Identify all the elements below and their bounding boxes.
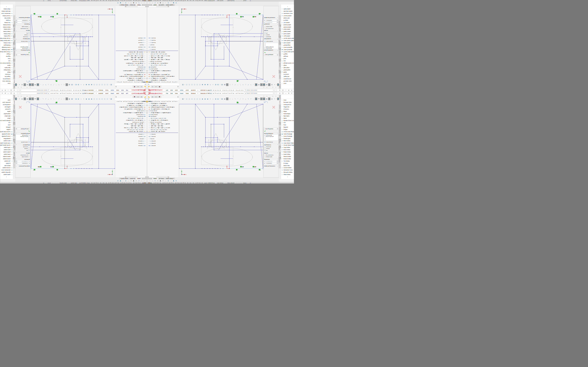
command-tab[interactable]: Sheet Metal xyxy=(13,57,15,62)
menu-item[interactable]: Window xyxy=(190,92,197,94)
option-checkbox-row[interactable]: Infinite length xyxy=(16,156,30,158)
relation-entry[interactable]: Equal length109 xyxy=(16,47,28,48)
tree-item[interactable]: ▶ A ○Ƨ5Ν◉∘✤A✤◉ΝΛ○∘○ΛΝ◉✤A✤∘◉ΝƧ5○ xyxy=(147,112,179,114)
sketch-tool-item[interactable]: ◗ Partial Ellipse xyxy=(0,113,13,115)
minimize-button[interactable]: — xyxy=(284,92,287,94)
tree-item[interactable]: ◐ ○Ƨ5∙∩✳⚓Am○∘○mA⚓✳∩∙Ƨ5○ xyxy=(115,117,147,119)
command-tab[interactable]: Evaluate xyxy=(279,116,281,121)
document-tab[interactable]: Motion Study 1 xyxy=(119,178,129,179)
tree-item[interactable]: ▶ A ○Ƨ5Ν◉∘✤A✤◉ΝΛ○∘○ΛΝ◉✤A✤∘◉ΝƧ5○ xyxy=(115,70,147,72)
tree-item[interactable]: ▱ ○✤Ж⊃6∘⚓○✳◉I○∘○I◉✳○⚓∘6⊂Ж✤○ xyxy=(147,127,179,129)
scrollbar-thumb[interactable] xyxy=(149,176,157,178)
section-header[interactable]: Existing Relations xyxy=(264,50,273,51)
sketch-tool-item[interactable]: ↔ Stretch Entities xyxy=(281,155,294,158)
tree-item-sketch[interactable]: ▭ Sketch3 xyxy=(147,138,179,140)
equal-relation-badge-2[interactable]: = 109 xyxy=(38,16,41,17)
graphics-area[interactable]: ⊡ ⊡ − ⧉ ✕ ▤▾◫◫◫◫◫◫◼◼◼⇩▭◨◧▾▤▨↩▢⊥✎◠╱✕△✎✐∟◉… xyxy=(179,95,279,178)
command-tab[interactable]: Sketch xyxy=(13,100,15,104)
scroll-left-arrow[interactable]: ◀ xyxy=(146,176,147,178)
relations-list[interactable]: Collinear108Equal length109 xyxy=(266,43,278,49)
tree-item-sketch[interactable]: ▭ (-) Sketch4 xyxy=(115,142,147,144)
sketch-tool-item[interactable]: ⇄ Mirror Entities xyxy=(281,140,294,142)
sketch-tool-item[interactable]: ✳ Circular Sketch Pattern xyxy=(281,37,294,40)
sketch-tool-item[interactable]: ⊡ Move Entities xyxy=(281,33,294,35)
sketch-tool-item[interactable]: ∿ Style Spline xyxy=(281,67,294,69)
motion-toolbar-icon[interactable]: ✎ xyxy=(138,180,140,181)
tab-featuremanager[interactable]: ▙ xyxy=(143,96,147,98)
collapse-chevron-icon[interactable]: ⌃ xyxy=(16,159,17,160)
command-tab[interactable]: Sheet Metal xyxy=(13,121,15,127)
motion-toolbar-icon[interactable]: ⚙ xyxy=(117,180,119,181)
tree-item-sketch[interactable]: ▦ (-) Sketch2 xyxy=(115,46,147,48)
tree-item-sketch[interactable]: ▦ (-) Sketch6 xyxy=(147,37,179,39)
motion-toolbar-icon[interactable]: ▣ xyxy=(120,180,122,181)
sketch-tool-item[interactable]: ⋰ Segment xyxy=(0,126,13,128)
panel-expand-arrow[interactable]: ❯ xyxy=(177,96,179,98)
tree-item-sketch[interactable]: ▭ (-) Sketch5 xyxy=(115,42,147,44)
command-tab[interactable]: Markup xyxy=(13,28,15,32)
help-icon[interactable]: ? xyxy=(10,90,13,91)
relation-entry[interactable]: Collinear108 xyxy=(16,48,28,49)
command-tab[interactable]: ⋮ xyxy=(279,166,281,168)
restore-button[interactable]: ⧉ xyxy=(4,90,7,91)
sketch-tool-item[interactable]: ⇄ Mirror Entities xyxy=(281,42,294,44)
sketch-tool-item[interactable]: ƒ Equation Driven Curve xyxy=(281,62,294,64)
tree-item[interactable]: ▱ ○✤ΝΝ◉⚓+○✳◉I○∘○I◉✳○+⚓◉ΝΝ✤○ xyxy=(115,123,147,125)
sketch-tool-item[interactable]: ╱ Line xyxy=(281,60,294,62)
status-custom-dropdown[interactable]: Custom ▴ xyxy=(46,0,52,1)
checkbox[interactable] xyxy=(264,156,266,157)
help-icon[interactable]: ? xyxy=(16,54,17,55)
option-checkbox-row[interactable]: For construction xyxy=(16,28,30,30)
sketch-tool-item[interactable]: ◐ Silhouette Entities xyxy=(281,10,294,12)
sketch-tool-item[interactable]: ↻ Rotate Entities xyxy=(0,30,13,33)
last-tab-arrow[interactable]: ▶| xyxy=(151,4,152,6)
motion-toolbar-icon[interactable]: ▦ xyxy=(133,180,135,181)
sketch-tool-item[interactable]: ⌣ Fit Spline xyxy=(281,19,294,21)
tree-item[interactable]: ◆ Surface Bodies xyxy=(115,114,147,116)
sketch-tool-item[interactable]: ◞ Sketch Fillet xyxy=(0,17,13,19)
sketch-points[interactable] xyxy=(31,104,115,169)
sketch-tool-item[interactable]: ▱ Parallelogram xyxy=(0,137,13,140)
document-tab[interactable]: 3D Views xyxy=(129,4,136,6)
menu-item[interactable]: Insert xyxy=(179,92,184,94)
sketch-tool-item[interactable]: ▭ Corner Rectangle xyxy=(281,135,294,137)
sketch-tool-item[interactable]: ◗ Partial Ellipse xyxy=(281,113,294,115)
graphics-area[interactable]: ⊡ ⊡ − ⧉ ✕ ▤▾◫◫◫◫◫◫◼◼◼⇩▭◨◧▾▤▨↩▢⊥✎◠╱✕△✎✐∟◉… xyxy=(179,6,279,89)
sketch-tool-item[interactable]: ○ Circle xyxy=(281,99,294,101)
selected-endpoint-handle[interactable] xyxy=(30,15,31,15)
sketch-tool-item[interactable]: ▪ Point xyxy=(0,58,13,60)
sketch-points[interactable] xyxy=(179,104,263,169)
add-relation-button[interactable]: ⚓ Fix xyxy=(264,150,278,151)
sketch-points[interactable] xyxy=(31,15,115,80)
tree-root-item[interactable]: ▙ TЯPDL2. ◉ ƷЄ ◉ Ш ◉ ∘ ◉ ✤ ◉ ƆC ◉ ƷЄ ◉ ∙… xyxy=(147,100,179,102)
sketch-tool-item[interactable]: ⊞ Linear Sketch Pattern xyxy=(0,142,13,144)
tree-item[interactable]: ▶ ⟲ ○Λ⚓◉✤Ƨ5∘Ж○∘○Ж∘Ƨ5✤◉⚓Λ○ xyxy=(115,104,147,106)
tree-filter[interactable] xyxy=(115,83,147,85)
sketch-tool-item[interactable]: ◞ Sketch Fillet xyxy=(281,17,294,19)
sketch-tool-item[interactable]: ✳ Circular Sketch Pattern xyxy=(281,144,294,146)
collapse-chevron-icon[interactable]: ⌃ xyxy=(16,24,17,25)
search-input[interactable] xyxy=(21,90,48,91)
section-header[interactable]: Additional Parameters xyxy=(264,17,275,18)
add-relation-button[interactable]: — Horizontal xyxy=(264,146,278,148)
tree-item[interactable]: ✶ ○Ƨ5ƷЄ✤∙◉ΛΦ○∘○ΦΛ◉∙✤ЄƷ5Ƨ○ xyxy=(147,102,179,104)
expander-arrow-icon[interactable]: ▶ xyxy=(146,72,147,73)
tree-root-item[interactable]: ▙ TЯPDL2. ◉ ƷЄ ◉ Ш ◉ ∘ ◉ ✤ ◉ ƆC ◉ ƷЄ ◉ ∙… xyxy=(147,81,179,83)
scroll-right-arrow[interactable]: ▶ xyxy=(125,176,127,178)
section-header[interactable]: Options xyxy=(26,152,30,154)
motion-toolbar-icon[interactable]: ≡ xyxy=(135,180,137,181)
document-tab[interactable]: Model xyxy=(136,178,142,179)
command-tab[interactable]: Sheet Metal xyxy=(279,57,281,62)
command-tab[interactable]: Sketch xyxy=(279,100,281,104)
tree-item[interactable]: ◉ ○Ƨ5⚓◉Ƨ5ΝƷЄƧ5○∘○Ƨ5ЄΝƧ5◉⚓5Ƨ○ xyxy=(115,108,147,110)
motion-toolbar-icon[interactable]: ⚙ xyxy=(117,2,119,3)
sketch-tool-item[interactable]: ⊂ Offset Entities xyxy=(281,8,294,10)
search-input[interactable] xyxy=(246,90,273,91)
command-tab[interactable]: Surfaces xyxy=(13,74,15,79)
tree-item[interactable]: ▶ A ○Ƨ5Ν◉∘✤A✤◉ΝΛ○∘○ΛΝ◉✤A✤∘◉ΝƧ5○ xyxy=(147,70,179,72)
tab-displaymanager[interactable] xyxy=(158,96,161,98)
sketch-tool-item[interactable]: ◠ Centerpoint Arc xyxy=(0,78,13,80)
menu-item[interactable]: Window xyxy=(190,90,197,91)
motion-toolbar-icon[interactable]: ≡ xyxy=(157,180,159,181)
tab-configurationmanager[interactable]: ⊕ xyxy=(154,96,158,98)
